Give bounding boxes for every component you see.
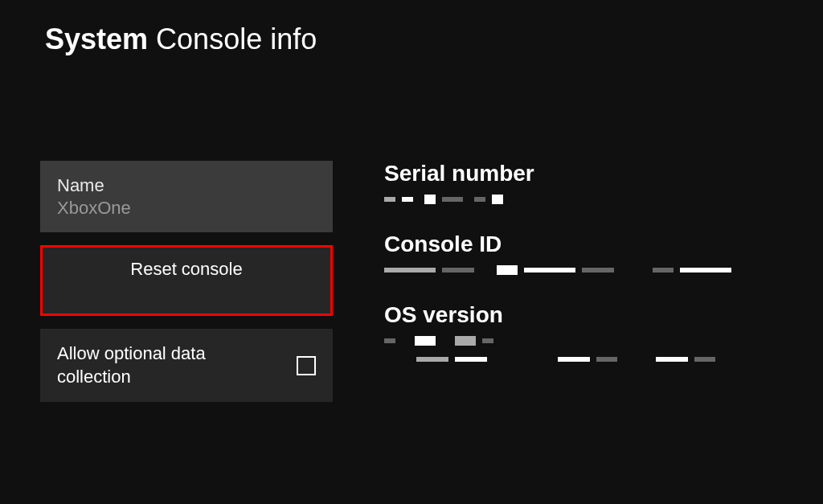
data-collection-toggle[interactable]: Allow optional data collection <box>40 329 333 402</box>
content-area: Name XboxOne Reset console Allow optiona… <box>0 56 823 402</box>
info-column: Serial number Console ID OS version <box>384 161 731 402</box>
console-id-label: Console ID <box>384 232 731 257</box>
page-title: System Console info <box>45 23 823 56</box>
name-value: XboxOne <box>57 197 316 219</box>
serial-number-value <box>384 195 731 204</box>
reset-console-label: Reset console <box>130 259 242 280</box>
os-version-value-1 <box>384 336 731 346</box>
serial-number-block: Serial number <box>384 161 731 209</box>
data-collection-label: Allow optional data collection <box>57 342 242 388</box>
checkbox-icon <box>297 356 316 375</box>
console-id-block: Console ID <box>384 232 731 280</box>
console-id-value <box>384 265 731 275</box>
os-version-value-2 <box>384 357 731 362</box>
os-version-label: OS version <box>384 302 731 328</box>
os-version-block: OS version <box>384 302 731 367</box>
console-name-button[interactable]: Name XboxOne <box>40 161 333 232</box>
serial-number-label: Serial number <box>384 161 731 186</box>
reset-console-button[interactable]: Reset console <box>40 245 333 316</box>
page-title-main: Console info <box>156 23 317 55</box>
page-header: System Console info <box>0 0 823 56</box>
actions-column: Name XboxOne Reset console Allow optiona… <box>40 161 333 402</box>
page-title-prefix: System <box>45 23 148 55</box>
name-label: Name <box>57 174 316 197</box>
